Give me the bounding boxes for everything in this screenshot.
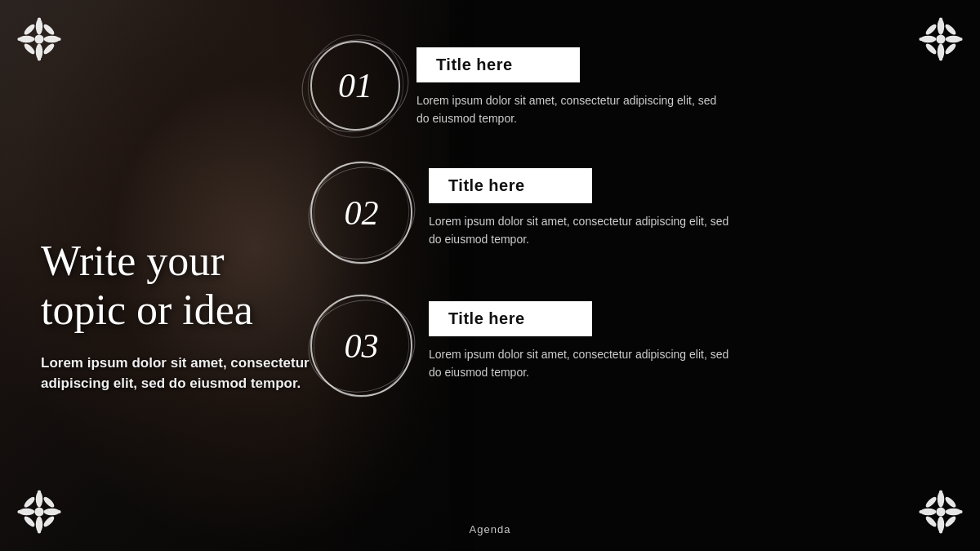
circle-number-2: 02 xyxy=(310,162,412,264)
svg-point-2 xyxy=(36,44,42,60)
svg-point-27 xyxy=(36,491,42,508)
svg-point-8 xyxy=(42,42,56,56)
corner-floral-bottom-right xyxy=(908,479,973,544)
svg-point-19 xyxy=(943,23,957,37)
circle-number-3: 03 xyxy=(310,295,412,397)
item-description-1: Lorem ipsum dolor sit amet, consectetur … xyxy=(416,92,727,127)
svg-point-31 xyxy=(23,495,37,509)
main-description: Lorem ipsum dolor sit amet, consectetur … xyxy=(41,353,335,394)
svg-point-22 xyxy=(939,17,942,20)
item-title-box-1: Title here xyxy=(416,47,580,82)
item-title-2: Title here xyxy=(448,176,525,194)
svg-point-51 xyxy=(919,510,922,513)
item-title-3: Title here xyxy=(448,309,525,327)
svg-point-3 xyxy=(19,36,35,42)
item-title-box-3: Title here xyxy=(429,301,592,336)
svg-point-35 xyxy=(38,490,41,493)
corner-floral-top-left xyxy=(7,7,72,72)
svg-point-37 xyxy=(38,530,41,533)
svg-point-38 xyxy=(17,510,20,513)
svg-point-30 xyxy=(44,509,60,515)
svg-point-13 xyxy=(936,34,945,43)
svg-point-29 xyxy=(19,509,35,515)
item-description-3: Lorem ipsum dolor sit amet, consectetur … xyxy=(429,346,739,381)
footer: Agenda xyxy=(470,522,511,536)
main-heading: Write your topic or idea xyxy=(41,237,351,335)
svg-point-14 xyxy=(938,19,944,35)
svg-point-10 xyxy=(57,38,60,41)
svg-point-41 xyxy=(938,517,944,533)
svg-point-46 xyxy=(924,514,938,528)
svg-point-28 xyxy=(36,517,42,533)
svg-point-49 xyxy=(959,510,962,513)
corner-floral-bottom-left xyxy=(7,479,72,544)
footer-label: Agenda xyxy=(470,523,511,535)
agenda-item-1: 01 Title here Lorem ipsum dolor sit amet… xyxy=(310,41,956,131)
circle-number-1: 01 xyxy=(310,41,400,131)
svg-point-26 xyxy=(34,507,43,516)
svg-point-11 xyxy=(38,57,41,60)
svg-point-12 xyxy=(17,38,20,41)
svg-point-40 xyxy=(938,491,944,508)
svg-point-36 xyxy=(57,510,60,513)
svg-point-5 xyxy=(23,23,37,37)
item-title-box-2: Title here xyxy=(429,168,592,203)
svg-point-18 xyxy=(924,23,938,37)
svg-point-16 xyxy=(920,36,937,42)
svg-point-43 xyxy=(946,509,962,515)
svg-point-48 xyxy=(939,490,942,493)
svg-point-7 xyxy=(23,42,37,56)
svg-point-9 xyxy=(38,17,41,20)
svg-point-23 xyxy=(959,38,962,41)
item-description-2: Lorem ipsum dolor sit amet, consectetur … xyxy=(429,213,739,248)
svg-point-17 xyxy=(946,36,962,42)
svg-point-0 xyxy=(34,34,43,43)
svg-point-47 xyxy=(943,514,957,528)
svg-point-21 xyxy=(943,42,957,56)
svg-point-6 xyxy=(42,23,56,37)
item-text-3: Title here Lorem ipsum dolor sit amet, c… xyxy=(429,295,956,381)
left-content: Write your topic or idea Lorem ipsum dol… xyxy=(41,237,351,394)
items-container: 01 Title here Lorem ipsum dolor sit amet… xyxy=(310,41,980,428)
svg-point-15 xyxy=(938,44,944,60)
svg-point-42 xyxy=(920,509,937,515)
svg-point-33 xyxy=(23,514,37,528)
svg-point-20 xyxy=(924,42,938,56)
agenda-item-2: 02 Title here Lorem ipsum dolor sit amet… xyxy=(310,162,956,264)
svg-point-45 xyxy=(943,495,957,509)
item-text-2: Title here Lorem ipsum dolor sit amet, c… xyxy=(429,162,956,248)
agenda-item-3: 03 Title here Lorem ipsum dolor sit amet… xyxy=(310,295,956,397)
svg-point-24 xyxy=(939,57,942,60)
slide: Write your topic or idea Lorem ipsum dol… xyxy=(0,0,980,551)
svg-point-4 xyxy=(44,36,60,42)
item-title-1: Title here xyxy=(436,56,513,73)
svg-point-39 xyxy=(936,507,945,516)
corner-floral-top-right xyxy=(908,7,973,72)
svg-point-50 xyxy=(939,530,942,533)
svg-point-1 xyxy=(36,19,42,35)
svg-point-44 xyxy=(924,495,938,509)
svg-point-32 xyxy=(42,495,56,509)
svg-point-25 xyxy=(919,38,922,41)
svg-point-34 xyxy=(42,514,56,528)
item-text-1: Title here Lorem ipsum dolor sit amet, c… xyxy=(416,41,956,127)
